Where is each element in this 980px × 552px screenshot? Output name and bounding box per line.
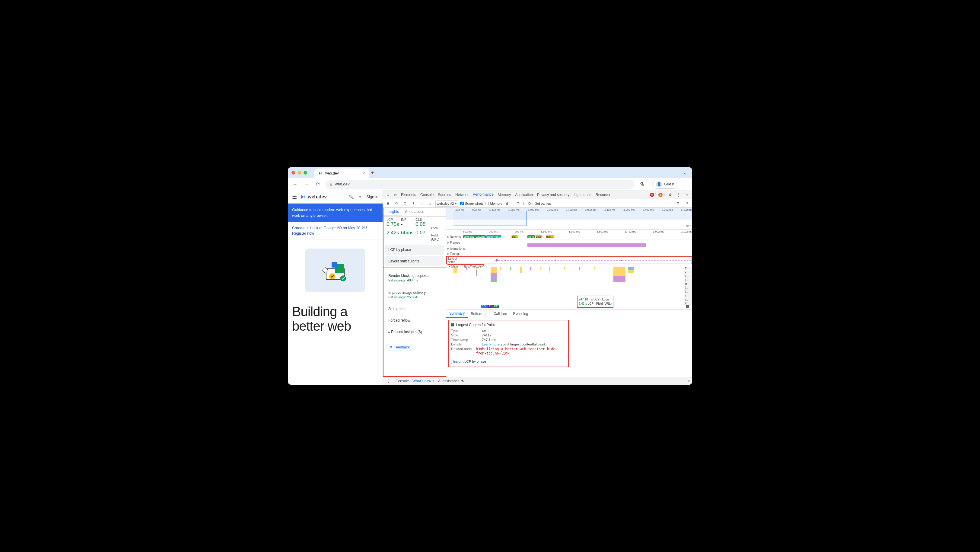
tab-application[interactable]: Application bbox=[513, 190, 535, 199]
track-timings[interactable]: ▶Timings bbox=[446, 251, 692, 256]
tab-close-button[interactable]: × bbox=[363, 171, 365, 176]
dim-checkbox[interactable]: Dim 3rd parties bbox=[523, 202, 551, 205]
tab-bottom-up[interactable]: Bottom-up bbox=[468, 310, 490, 318]
tab-call-tree[interactable]: Call tree bbox=[491, 310, 510, 318]
help-icon[interactable]: ? bbox=[684, 202, 690, 205]
track-layout-shifts[interactable]: Layout shifts bbox=[446, 256, 692, 264]
back-button[interactable]: ← bbox=[291, 182, 299, 187]
record-button[interactable]: ◉ bbox=[385, 201, 391, 205]
url-bar[interactable]: ⊟ web.dev bbox=[325, 180, 635, 189]
insights-tab[interactable]: Insights bbox=[383, 208, 402, 216]
close-window-button[interactable] bbox=[291, 171, 295, 174]
gear-icon[interactable]: ⚙ bbox=[675, 201, 681, 205]
lcp-field-value: 2.42s bbox=[387, 230, 401, 236]
insight-forced-reflow[interactable]: Forced reflow bbox=[385, 316, 444, 325]
tab-network[interactable]: Network bbox=[453, 190, 470, 199]
device-toggle-icon[interactable]: ⎚ bbox=[392, 193, 399, 197]
screenshots-checkbox[interactable]: Screenshots bbox=[460, 202, 484, 205]
search-icon[interactable]: 🔍 bbox=[349, 195, 354, 199]
insight-pill[interactable]: Insight LCP by phase bbox=[451, 359, 488, 364]
clear-button[interactable]: ⊘ bbox=[402, 201, 408, 205]
insight-image-delivery[interactable]: Improve image delivery Est savings: 25.0… bbox=[385, 287, 444, 302]
cls-local-value: 0.08 bbox=[415, 221, 430, 227]
settings-panel-icon[interactable]: ⇅ bbox=[515, 201, 522, 205]
drawer-whatsnew-tab[interactable]: What's new × bbox=[412, 379, 434, 383]
upload-button[interactable]: ↥ bbox=[410, 201, 417, 205]
tab-summary[interactable]: Summary bbox=[446, 310, 468, 318]
detail-tabs: Summary Bottom-up Call tree Event log bbox=[446, 310, 692, 318]
tab-recorder[interactable]: Recorder bbox=[594, 190, 612, 199]
site-logo[interactable]: web.dev bbox=[301, 194, 327, 199]
warning-count[interactable]: !1 bbox=[659, 193, 665, 197]
io-banner: Chrome is back at Google I/O on May 20-2… bbox=[288, 222, 383, 239]
browser-tab-strip: web.dev × + ⌄ bbox=[288, 167, 692, 178]
related-node-link[interactable]: h3#building-a-better-web-together.hide-f… bbox=[476, 347, 566, 356]
theme-icon[interactable]: ☀ bbox=[358, 195, 362, 199]
browser-menu-icon[interactable]: ⋮ bbox=[681, 181, 689, 187]
insight-lcp-phase[interactable]: LCP by phase bbox=[385, 245, 444, 255]
page-content: ☰ web.dev 🔍 ☀ Sign in Guidance to build … bbox=[288, 190, 383, 385]
insight-passed[interactable]: ▶ Passed insights (6) bbox=[385, 327, 444, 337]
forward-button[interactable]: → bbox=[302, 182, 311, 187]
error-count[interactable]: ✕2 bbox=[650, 193, 657, 197]
new-tab-button[interactable]: + bbox=[371, 170, 374, 175]
cls-header: CLS bbox=[415, 218, 430, 221]
home-icon[interactable]: ⌂ bbox=[427, 202, 434, 205]
hero-title: Building a better web bbox=[292, 305, 379, 334]
more-icon[interactable]: ⋮ bbox=[675, 193, 682, 197]
tab-memory[interactable]: Memory bbox=[496, 190, 512, 199]
tab-event-log[interactable]: Event log bbox=[510, 310, 531, 318]
tab-search-button[interactable]: ⌄ bbox=[683, 170, 689, 175]
memory-checkbox[interactable]: Memory bbox=[485, 202, 502, 205]
inspect-icon[interactable]: ⟁ bbox=[385, 193, 391, 197]
track-frames[interactable]: ▶Frames bbox=[446, 239, 692, 246]
track-network[interactable]: ▶Network ome-blue_720.png ature_480... d… bbox=[446, 235, 692, 239]
settings-icon[interactable]: ⚙ bbox=[667, 193, 673, 197]
lcp-local-value: 0.75s bbox=[387, 221, 401, 227]
reload-record-button[interactable]: ⟳ bbox=[393, 201, 400, 205]
recording-select[interactable]: web.dev #2▾ bbox=[435, 201, 458, 207]
performance-toolbar: ◉ ⟳ ⊘ ↥ ↧ ⌂ web.dev #2▾ Screenshots Memo… bbox=[383, 199, 692, 208]
browser-tab[interactable]: web.dev × bbox=[314, 169, 369, 178]
tab-lighthouse[interactable]: Lighthouse bbox=[572, 190, 593, 199]
flamegraph[interactable]: T...x...(...(...Iz(...(...Fs...E... DCL … bbox=[446, 264, 692, 310]
site-info-icon[interactable]: ⊟ bbox=[329, 182, 332, 186]
tracks[interactable]: 592 ms792 ms992 ms1,192 ms1,392 ms1,592 … bbox=[446, 230, 692, 377]
insight-layout-shift[interactable]: Layout shift culprits bbox=[385, 256, 444, 266]
maximize-window-button[interactable] bbox=[304, 171, 307, 174]
menu-icon[interactable]: ☰ bbox=[292, 193, 297, 200]
drawer-menu-icon[interactable]: ⋮ bbox=[385, 379, 392, 383]
tab-performance[interactable]: Performance bbox=[471, 190, 495, 199]
insight-third-parties[interactable]: 3rd parties bbox=[385, 305, 444, 313]
profile-button[interactable]: 👤 Guest bbox=[652, 180, 678, 189]
gc-icon[interactable]: 🗑 bbox=[504, 202, 511, 205]
tab-privacy[interactable]: Privacy and security bbox=[535, 190, 571, 199]
tab-sources[interactable]: Sources bbox=[436, 190, 453, 199]
drawer-close-icon[interactable]: × bbox=[687, 379, 690, 383]
track-animations[interactable]: ▶Animations bbox=[446, 246, 692, 251]
annotations-tab[interactable]: Annotations bbox=[402, 208, 427, 216]
register-link[interactable]: Register now bbox=[292, 231, 379, 236]
feedback-button[interactable]: ⚗ Feedback bbox=[386, 344, 413, 351]
insight-render-blocking[interactable]: Render blocking requests Est savings: 40… bbox=[385, 271, 444, 285]
drawer-console-tab[interactable]: Console bbox=[396, 379, 409, 383]
minimize-window-button[interactable] bbox=[298, 171, 301, 174]
tab-console[interactable]: Console bbox=[418, 190, 435, 199]
lcp-header: LCP bbox=[387, 218, 401, 221]
profile-label: Guest bbox=[664, 182, 675, 186]
local-label: Local bbox=[431, 226, 442, 230]
labs-icon[interactable]: ⚗ bbox=[638, 181, 646, 187]
track-ruler: 592 ms792 ms992 ms1,192 ms1,392 ms1,592 … bbox=[446, 230, 692, 235]
drawer-ai-tab[interactable]: AI assistance ⚗ bbox=[438, 379, 464, 383]
learn-more-link[interactable]: Learn more bbox=[482, 343, 500, 346]
close-devtools-icon[interactable]: × bbox=[684, 193, 690, 197]
signin-link[interactable]: Sign in bbox=[366, 195, 379, 199]
timeline-overview[interactable]: 492 ms992 ms1,492 ms1,992 ms2,492 ms2,99… bbox=[446, 208, 692, 230]
overview-selection[interactable] bbox=[453, 211, 527, 226]
track-main[interactable]: ▼ Main — https://web.dev/ bbox=[446, 264, 692, 310]
browser-window: web.dev × + ⌄ ← → ⟳ ⊟ web.dev ⚗ | 👤 Gues… bbox=[288, 167, 692, 385]
timing-markers: DCL P LCP bbox=[480, 305, 499, 308]
download-button[interactable]: ↧ bbox=[418, 201, 425, 205]
reload-button[interactable]: ⟳ bbox=[314, 181, 322, 187]
tab-elements[interactable]: Elements bbox=[399, 190, 418, 199]
